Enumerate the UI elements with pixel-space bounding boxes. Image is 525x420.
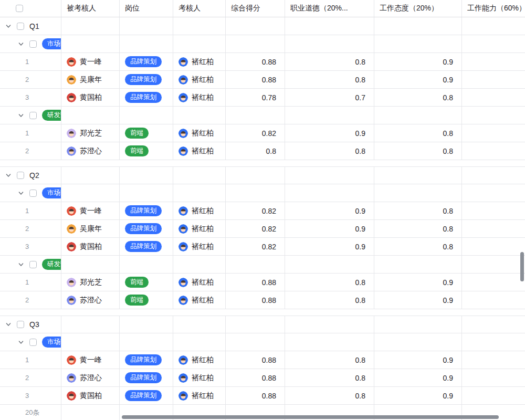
assessor-cell[interactable]: 褚红柏: [173, 351, 226, 369]
score-cell[interactable]: 0.8: [374, 220, 462, 237]
row-index-cell[interactable]: 1: [0, 274, 61, 291]
score-cell[interactable]: [462, 220, 525, 237]
score-cell[interactable]: 0.8: [374, 142, 462, 160]
empty-cell[interactable]: [120, 333, 173, 351]
position-cell[interactable]: 品牌策划: [120, 351, 173, 369]
empty-cell[interactable]: [285, 333, 374, 351]
score-cell[interactable]: 0.9: [374, 387, 462, 404]
score-cell[interactable]: 0.9: [285, 220, 374, 237]
assessee-cell[interactable]: 黄国柏: [61, 387, 120, 404]
group-checkbox[interactable]: [17, 321, 24, 328]
assessor-cell[interactable]: 褚红柏: [173, 89, 226, 106]
empty-cell[interactable]: [61, 184, 120, 202]
empty-cell[interactable]: [120, 167, 173, 184]
column-header-2[interactable]: 岗位: [120, 0, 173, 17]
score-cell[interactable]: [462, 53, 525, 70]
empty-cell[interactable]: [226, 184, 285, 202]
group-header-cell[interactable]: Q1: [0, 17, 61, 35]
empty-cell[interactable]: [173, 35, 226, 52]
empty-cell[interactable]: [226, 107, 285, 124]
score-cell[interactable]: 0.8: [285, 369, 374, 386]
score-cell[interactable]: 0.9: [374, 351, 462, 369]
empty-cell[interactable]: [173, 17, 226, 35]
score-cell[interactable]: [462, 369, 525, 386]
assessor-cell[interactable]: 褚红柏: [173, 202, 226, 219]
empty-cell[interactable]: [285, 17, 374, 35]
empty-cell[interactable]: [120, 316, 173, 333]
assessor-cell[interactable]: 褚红柏: [173, 369, 226, 386]
score-cell[interactable]: 0.8: [285, 53, 374, 70]
score-cell[interactable]: 0.88: [226, 291, 285, 309]
column-header-1[interactable]: 被考核人: [61, 0, 120, 17]
assessor-cell[interactable]: 褚红柏: [173, 53, 226, 70]
empty-cell[interactable]: [173, 167, 226, 184]
row-index-cell[interactable]: 2: [0, 369, 61, 386]
group-checkbox[interactable]: [17, 23, 24, 30]
score-cell[interactable]: 0.88: [226, 53, 285, 70]
empty-cell[interactable]: [226, 256, 285, 273]
subgroup-checkbox[interactable]: [29, 339, 37, 346]
score-cell[interactable]: 0.88: [226, 369, 285, 386]
score-cell[interactable]: 0.88: [226, 387, 285, 404]
empty-cell[interactable]: [226, 316, 285, 333]
column-header-6[interactable]: 工作态度（20%）: [374, 0, 462, 17]
empty-cell[interactable]: [120, 17, 173, 35]
collapse-chevron-icon[interactable]: [5, 321, 12, 328]
empty-cell[interactable]: [173, 333, 226, 351]
column-header-4[interactable]: 综合得分: [226, 0, 285, 17]
position-cell[interactable]: 品牌策划: [120, 53, 173, 70]
assessee-cell[interactable]: 郑光芝: [61, 124, 120, 142]
column-header-7[interactable]: 工作能力（60%）: [462, 0, 525, 17]
position-cell[interactable]: 品牌策划: [120, 369, 173, 386]
score-cell[interactable]: 0.9: [374, 71, 462, 88]
empty-cell[interactable]: [120, 107, 173, 124]
empty-cell[interactable]: [173, 184, 226, 202]
assessor-cell[interactable]: 褚红柏: [173, 71, 226, 88]
score-cell[interactable]: 0.82: [226, 238, 285, 255]
empty-cell[interactable]: [285, 316, 374, 333]
score-cell[interactable]: [462, 238, 525, 255]
score-cell[interactable]: 0.82: [226, 124, 285, 142]
row-index-cell[interactable]: 2: [0, 142, 61, 160]
assessee-cell[interactable]: 吴康年: [61, 71, 120, 88]
collapse-chevron-icon[interactable]: [18, 190, 24, 196]
empty-cell[interactable]: [226, 17, 285, 35]
subgroup-header-cell[interactable]: 市场部: [0, 333, 61, 351]
collapse-chevron-icon[interactable]: [18, 261, 24, 268]
subgroup-header-cell[interactable]: 研发部: [0, 107, 61, 124]
empty-cell[interactable]: [61, 17, 120, 35]
empty-cell[interactable]: [173, 107, 226, 124]
score-cell[interactable]: 0.8: [374, 124, 462, 142]
score-cell[interactable]: 0.8: [285, 387, 374, 404]
empty-cell[interactable]: [61, 35, 120, 52]
position-cell[interactable]: 品牌策划: [120, 238, 173, 255]
score-cell[interactable]: 0.9: [374, 53, 462, 70]
assessor-cell[interactable]: 褚红柏: [173, 387, 226, 404]
empty-cell[interactable]: [61, 167, 120, 184]
position-cell[interactable]: 前端: [120, 142, 173, 160]
score-cell[interactable]: [462, 142, 525, 160]
empty-cell[interactable]: [374, 256, 462, 273]
subgroup-checkbox[interactable]: [29, 40, 37, 48]
subgroup-checkbox[interactable]: [29, 261, 37, 268]
empty-cell[interactable]: [173, 316, 226, 333]
column-header-3[interactable]: 考核人: [173, 0, 226, 17]
position-cell[interactable]: 品牌策划: [120, 71, 173, 88]
row-index-cell[interactable]: 1: [0, 124, 61, 142]
score-cell[interactable]: 0.8: [285, 291, 374, 309]
group-header-cell[interactable]: Q3: [0, 316, 61, 333]
empty-cell[interactable]: [462, 333, 525, 351]
score-cell[interactable]: 0.8: [226, 142, 285, 160]
subgroup-header-cell[interactable]: 市场部: [0, 35, 61, 52]
subgroup-header-cell[interactable]: 市场部: [0, 184, 61, 202]
empty-cell[interactable]: [462, 17, 525, 35]
score-cell[interactable]: [462, 124, 525, 142]
collapse-chevron-icon[interactable]: [18, 112, 24, 119]
group-checkbox[interactable]: [17, 172, 24, 179]
assessee-cell[interactable]: 黄国柏: [61, 89, 120, 106]
score-cell[interactable]: 0.9: [374, 291, 462, 309]
empty-cell[interactable]: [226, 35, 285, 52]
assessor-cell[interactable]: 褚红柏: [173, 220, 226, 237]
subgroup-header-cell[interactable]: 研发部: [0, 256, 61, 273]
assessor-cell[interactable]: 褚红柏: [173, 142, 226, 160]
